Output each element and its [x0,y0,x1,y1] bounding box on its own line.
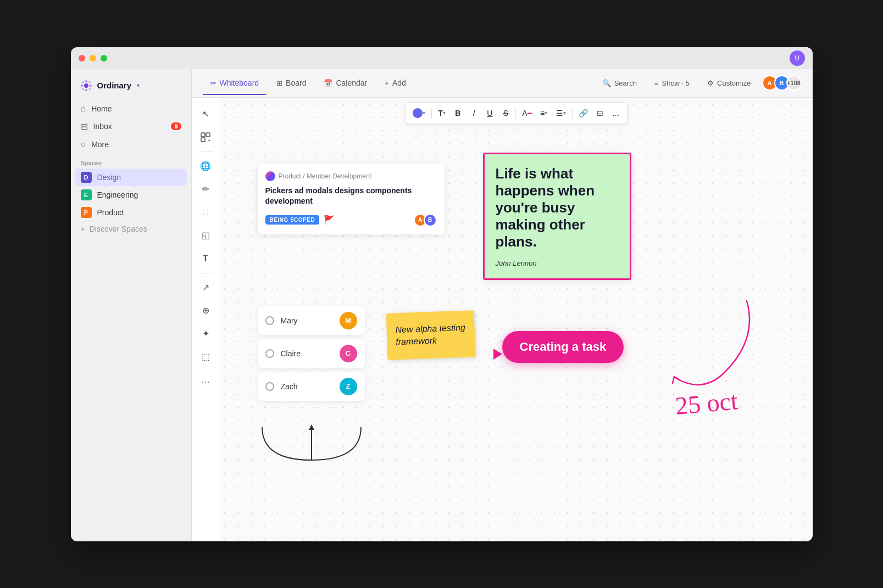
select-tool[interactable]: ↖ [196,104,215,124]
customize-button[interactable]: ⚙ Customize [701,76,757,91]
yellow-sticky[interactable]: New alpha testing framework [386,310,475,360]
sidebar-item-inbox[interactable]: ⊟ Inbox 9 [75,117,187,136]
home-icon: ⌂ [81,104,86,114]
board-tab-label: Board [286,79,306,87]
flag-icon: 🚩 [324,215,335,225]
task-avatars: A B [414,214,437,227]
person-radio-claire[interactable] [265,349,274,358]
toolbar-sep-2 [515,108,516,119]
date-annotation: 25 oct [674,386,738,421]
sticky-note[interactable]: Life is what happens when you're busy ma… [483,153,631,281]
color-picker-button[interactable]: ▾ [409,105,429,121]
pen-tool[interactable]: ✏ [196,180,215,199]
person-radio-zach[interactable] [265,382,274,391]
effects-tool[interactable]: ✦ [196,324,215,344]
plus-icon: + [81,225,85,233]
font-color-button[interactable]: A▬ [518,106,535,120]
bold-button[interactable]: B [450,106,465,120]
engineering-avatar: E [81,189,92,200]
bracket-svg [257,422,366,466]
svg-point-8 [81,81,84,83]
link-button[interactable]: 🔗 [575,106,592,120]
color-chevron: ▾ [423,110,425,116]
inbox-badge: 9 [171,122,181,130]
svg-point-4 [81,85,83,87]
content-area: ✏ Whiteboard ⊞ Board 📅 Calendar + Add [192,69,813,541]
strikethrough-button[interactable]: S [498,106,513,120]
customize-icon: ⚙ [707,79,714,87]
arrow-tool[interactable]: ↗ [196,278,215,298]
task-title: Pickers ad modals designs components dev… [265,186,437,207]
task-card[interactable]: Product / Member Development Pickers ad … [258,164,445,234]
frame-button[interactable]: ⊡ [592,106,608,120]
text-style-icon: T [438,109,443,117]
topnav: ✏ Whiteboard ⊞ Board 📅 Calendar + Add [192,69,813,98]
list-button[interactable]: ☰ ▾ [552,106,570,120]
home-label: Home [91,104,112,113]
person-item-mary[interactable]: Mary M [258,306,365,335]
task-footer: BEING SCOPED 🚩 A B [265,214,437,227]
brand-name: Ordinary [97,81,132,90]
sidebar-item-design[interactable]: D Design [75,169,187,186]
note-tool[interactable]: ◱ [196,226,215,245]
tab-add[interactable]: + Add [377,75,414,91]
handdrawn-arrow-svg [659,295,769,394]
image-tool[interactable]: ⬚ [196,347,215,367]
person-item-claire[interactable]: Claire C [258,339,365,368]
tab-board[interactable]: ⊞ Board [269,75,314,91]
list-icon: ☰ [556,109,563,117]
whiteboard-tab-icon: ✏ [210,79,216,87]
show-button[interactable]: ≡ Show · 5 [648,76,696,91]
add-space-tool[interactable]: + [196,127,215,147]
calendar-tab-label: Calendar [336,79,367,87]
inbox-icon: ⊟ [81,121,88,132]
svg-point-7 [88,88,91,90]
person-radio-mary[interactable] [265,316,274,325]
sidebar-item-engineering[interactable]: E Engineering [75,186,187,204]
inbox-label: Inbox [93,122,112,131]
italic-button[interactable]: I [466,106,481,120]
person-name-claire: Claire [281,349,333,358]
tools-panel: ↖ + 🌐 ✏ □ ◱ T [192,98,220,541]
text-style-button[interactable]: T ▾ [434,106,449,120]
person-avatar-zach: Z [340,378,357,395]
fullscreen-button[interactable] [101,55,107,61]
show-icon: ≡ [654,79,659,87]
sidebar-item-product[interactable]: P Product [75,204,187,221]
tab-whiteboard[interactable]: ✏ Whiteboard [203,75,267,91]
globe-tool[interactable]: 🌐 [196,156,215,176]
svg-rect-10 [206,133,210,137]
connect-tool[interactable]: ⊕ [196,301,215,321]
task-avatar-2: B [424,214,437,227]
creating-task-button[interactable]: Creating a task [502,331,624,363]
person-item-zach[interactable]: Zach Z [258,372,365,401]
chevron-down-icon: ▾ [137,82,140,88]
whiteboard-canvas[interactable]: ↖ + 🌐 ✏ □ ◱ T [192,98,813,541]
toolbar-sep-1 [431,108,432,119]
more-icon: ○ [81,139,86,149]
sidebar: Ordinary ▾ ⌂ Home ⊟ Inbox 9 ○ More Space… [71,69,192,541]
text-tool[interactable]: T [196,249,215,268]
search-button[interactable]: 🔍 Search [596,76,643,91]
svg-rect-9 [201,133,205,137]
shape-tool[interactable]: □ [196,203,215,222]
more-format-button[interactable]: … [608,106,624,120]
discover-spaces-button[interactable]: + Discover Spaces [75,221,187,237]
minimize-button[interactable] [90,55,96,61]
tab-calendar[interactable]: 📅 Calendar [316,75,375,91]
svg-point-0 [84,83,88,88]
align-button[interactable]: ≡ ▾ [536,106,552,120]
yellow-sticky-text: New alpha testing framework [395,321,466,348]
brand-logo[interactable]: Ordinary ▾ [75,76,187,96]
sidebar-item-more[interactable]: ○ More [75,136,187,153]
svg-text:+: + [208,138,211,142]
calendar-tab-icon: 📅 [324,79,332,87]
svg-point-2 [90,85,92,87]
more-tools[interactable]: … [196,370,215,390]
sidebar-item-home[interactable]: ⌂ Home [75,100,187,117]
tool-separator-1 [198,152,213,152]
close-button[interactable] [79,55,85,61]
tool-separator-2 [198,273,213,273]
underline-button[interactable]: U [482,106,497,120]
floating-toolbar: ▾ T ▾ B I U S A▬ ≡ [220,102,813,124]
